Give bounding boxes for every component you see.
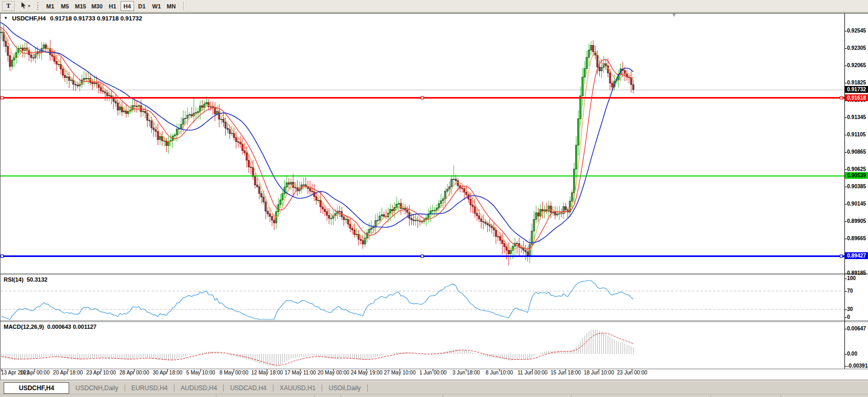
text-tool-button[interactable]: T [2, 1, 15, 11]
date-axis-label: 23 Jun 00:00 [617, 370, 647, 375]
toolbar-grip [37, 2, 39, 10]
date-axis-label: 1 Jun 00:00 [419, 370, 446, 375]
chart-ohlc-label: ▼ USDCHF,H4 0.91718 0.91733 0.91718 0.91… [4, 15, 142, 22]
status-strip-separator [314, 395, 315, 397]
rsi-axis-label: 70 [847, 288, 853, 294]
toolbar-separator [183, 2, 184, 10]
tab-separator [367, 384, 368, 392]
rsi-axis-label: 0 [847, 314, 850, 320]
timeframe-button-group: M1M5M15M30H1H4D1W1MN [43, 1, 179, 11]
price-marker-0.91732: 0.91732 [845, 86, 868, 93]
ohlc-values: 0.91718 0.91733 0.91718 0.91732 [50, 15, 142, 22]
date-axis-label: 12 May 18:00 [251, 370, 283, 375]
date-axis-label: 8 May 00:00 [219, 370, 248, 375]
collapse-arrow-icon[interactable]: ▼ [4, 16, 8, 20]
rsi-axis-label: 100 [847, 275, 856, 281]
rsi-label: RSI(14) 50.3132 [4, 276, 48, 283]
cursor-icon [20, 2, 27, 10]
macd-axis-label: 0.00 [847, 351, 857, 357]
date-axis-label: 17 May 11:00 [284, 370, 316, 375]
support-line-handle[interactable] [840, 255, 843, 257]
chart-tab-active[interactable]: USDCHF,H4 [4, 382, 69, 394]
date-axis-label: 27 May 10:00 [384, 370, 416, 375]
price-axis-label: 0.91105 [847, 132, 866, 137]
chart-tab-bar: USDCHF,H4USDCNH,DailyEURUSD,H4AUDUSD,H4U… [0, 381, 868, 394]
date-axis-label: 5 May 10:00 [186, 370, 215, 375]
macd-values: 0.000643 0.001127 [47, 324, 96, 330]
timeframe-button-mn[interactable]: MN [164, 1, 178, 11]
chart-tab[interactable]: AUDUSD,H4 [174, 384, 223, 392]
status-strip-separator [571, 395, 572, 397]
chart-canvas[interactable] [0, 0, 868, 397]
macd-label: MACD(12,26,9) 0.000643 0.001127 [4, 324, 96, 330]
date-axis-label: 8 Jun 10:00 [486, 370, 513, 375]
cursor-mode-button[interactable]: ▾ [16, 1, 34, 11]
status-strip-separator [443, 395, 443, 397]
price-axis-label: 0.91345 [847, 114, 866, 120]
chart-tab[interactable]: USDCAD,H4 [224, 384, 272, 392]
timeframe-button-m30[interactable]: M30 [89, 1, 104, 11]
price-axis-label: 0.91825 [847, 80, 866, 85]
date-axis-label: 11 Jun 00:00 [518, 370, 547, 375]
date-axis-label: 20 May 00:00 [317, 370, 349, 375]
macd-name: MACD(12,26,9) [4, 324, 44, 330]
rsi-axis-label: 30 [847, 306, 853, 312]
resistance-line-handle[interactable] [840, 96, 843, 99]
price-axis-label: 0.89905 [847, 218, 866, 224]
rsi-name: RSI(14) [4, 276, 24, 283]
timeframe-button-h1[interactable]: H1 [106, 1, 119, 11]
chart-tab[interactable]: USDCNH,Daily [69, 384, 124, 392]
status-strip-separator [710, 395, 711, 397]
date-axis-label: 24 May 19:00 [351, 370, 383, 375]
date-axis-label: 28 Apr 00:00 [119, 370, 149, 375]
support-line-handle[interactable] [1, 255, 4, 257]
date-axis-label: 18 Jun 10:00 [584, 370, 614, 375]
symbol-label: USDCHF,H4 [12, 15, 46, 22]
top-toolbar: T ▾ M1M5M15M30H1H4D1W1MN [0, 0, 868, 13]
status-strip [0, 394, 868, 397]
scroll-end-marker-icon[interactable]: ▼ [672, 13, 677, 18]
price-axis-label: 0.90145 [847, 201, 866, 207]
chart-tab[interactable]: EURUSD,H4 [125, 384, 174, 392]
timeframe-button-m5[interactable]: M5 [58, 1, 72, 11]
price-axis-label: 0.92545 [847, 28, 866, 34]
resistance-line-handle[interactable] [1, 96, 4, 99]
timeframe-button-w1[interactable]: W1 [150, 1, 163, 11]
status-strip-separator [216, 395, 216, 397]
price-axis-label: 0.90625 [847, 166, 866, 172]
chevron-down-icon: ▾ [28, 4, 30, 8]
date-axis-label: 20 Apr 18:00 [53, 370, 83, 375]
macd-axis-label: -0.003916 [847, 363, 868, 369]
date-axis-label: 30 Apr 18:00 [152, 370, 182, 375]
status-strip-separator [781, 395, 781, 397]
price-axis-label: 0.90385 [847, 184, 866, 189]
price-axis-label: 0.92065 [847, 62, 866, 68]
price-axis-label: 0.90865 [847, 149, 866, 155]
date-axis-label: 16 Apr 00:00 [20, 370, 50, 375]
chart-tab[interactable]: USOil,Daily [322, 384, 367, 392]
price-axis-label: 0.92305 [847, 45, 866, 51]
timeframe-button-m1[interactable]: M1 [43, 1, 57, 11]
price-marker-0.90539: 0.90539 [845, 172, 868, 179]
date-axis-label: 23 Apr 10:00 [86, 370, 116, 375]
support-line-handle[interactable] [421, 255, 424, 257]
resistance-line-handle[interactable] [421, 96, 424, 99]
date-axis-label: 15 Jun 18:00 [551, 370, 581, 375]
timeframe-button-h4[interactable]: H4 [120, 1, 134, 11]
timeframe-button-d1[interactable]: D1 [135, 1, 149, 11]
price-marker-0.89427: 0.89427 [845, 252, 868, 259]
rsi-value: 50.3132 [27, 276, 48, 283]
price-axis-label: 0.89665 [847, 235, 866, 241]
price-marker-0.91618: 0.91618 [845, 94, 868, 101]
status-strip-separator [340, 395, 341, 397]
timeframe-button-m15[interactable]: M15 [73, 1, 88, 11]
chart-tab[interactable]: XAUUSD,H1 [273, 384, 322, 392]
macd-axis-label: 0.00647 [847, 326, 866, 331]
date-axis-label: 3 Jun 18:00 [453, 370, 480, 375]
